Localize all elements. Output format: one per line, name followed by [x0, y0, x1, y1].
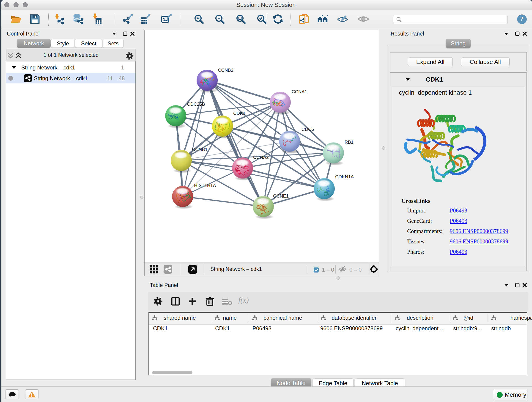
svg-text:HIST1H1A: HIST1H1A	[194, 183, 216, 188]
svg-text:RB1: RB1	[345, 140, 354, 145]
svg-text:CCNE1: CCNE1	[273, 193, 289, 198]
svg-text:CDC6: CDC6	[302, 127, 314, 132]
svg-text:CDKN1A: CDKN1A	[335, 174, 354, 179]
svg-text:?: ?	[520, 15, 524, 23]
svg-text:CDK1: CDK1	[233, 111, 245, 116]
svg-text:CCNA1: CCNA1	[292, 89, 307, 94]
svg-text:CCNB2: CCNB2	[218, 68, 234, 73]
svg-text:CCNA2: CCNA2	[253, 155, 269, 160]
svg-text:CCNB1: CCNB1	[192, 147, 208, 152]
svg-text:CDC25B: CDC25B	[187, 102, 205, 107]
